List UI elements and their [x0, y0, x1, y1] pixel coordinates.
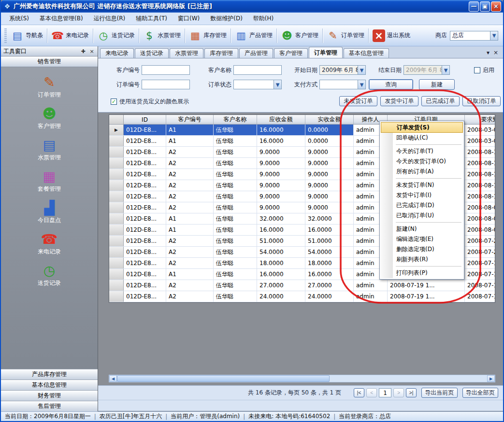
row-selector[interactable]: [109, 158, 124, 169]
table-cell[interactable]: 2008-07-19 7:59: [465, 258, 495, 268]
table-cell[interactable]: 51.0000: [257, 236, 305, 246]
sidebar-section-sales[interactable]: 销售管理: [1, 56, 98, 67]
tab-close-icon[interactable]: ×: [493, 49, 498, 56]
sidebar-item[interactable]: ✎订单管理: [1, 71, 98, 102]
table-cell[interactable]: A2: [166, 258, 214, 268]
pay-method-select[interactable]: ▼: [319, 80, 366, 89]
table-cell[interactable]: 2008-08-16 1...: [465, 191, 495, 202]
page-number-input[interactable]: [379, 388, 391, 397]
last-page-button[interactable]: >|: [406, 388, 417, 397]
table-cell[interactable]: 012D-E8...: [124, 125, 166, 135]
table-cell[interactable]: 9.0000: [305, 180, 354, 191]
table-cell[interactable]: 012D-E8...: [124, 291, 166, 302]
table-cell[interactable]: 012D-E8...: [124, 213, 166, 224]
table-cell[interactable]: 16.0000: [257, 136, 305, 146]
row-selector[interactable]: [109, 236, 124, 246]
table-cell[interactable]: 27.0000: [305, 280, 354, 291]
table-cell[interactable]: 27.0000: [257, 280, 305, 291]
table-cell[interactable]: 伍华聪: [214, 169, 257, 180]
table-cell[interactable]: 16.0000: [305, 225, 354, 235]
sidebar-section-bar[interactable]: 产品库存管理: [1, 369, 98, 380]
table-cell[interactable]: A2: [166, 180, 214, 191]
restore-button[interactable]: ▣: [480, 1, 490, 12]
context-menu-item[interactable]: 所有的订单(A): [381, 167, 463, 177]
row-selector[interactable]: [109, 136, 124, 146]
customer-no-input[interactable]: [142, 65, 190, 75]
table-cell[interactable]: 9.0000: [305, 169, 354, 180]
start-date-picker[interactable]: 2009年 6月 8日 ▼: [319, 65, 366, 75]
menubar-item[interactable]: 基本信息管理(B): [34, 13, 88, 25]
table-cell[interactable]: admin: [354, 291, 388, 302]
table-cell[interactable]: 0.0000: [305, 136, 354, 146]
column-header[interactable]: 客户编号: [166, 115, 214, 124]
table-cell[interactable]: 16.0000: [257, 225, 305, 235]
table-cell[interactable]: 伍华聪: [214, 180, 257, 191]
table-cell[interactable]: 012D-E8...: [124, 280, 166, 291]
order-status-filter-button[interactable]: 已取消订单: [462, 96, 501, 106]
table-cell[interactable]: 54.0000: [305, 247, 354, 257]
table-cell[interactable]: 2008-08-12 2...: [465, 180, 495, 191]
table-cell[interactable]: 2008-08-09 2...: [465, 225, 495, 235]
row-selector[interactable]: [109, 169, 124, 180]
table-cell[interactable]: 伍华聪: [214, 136, 257, 146]
row-selector[interactable]: [109, 291, 124, 302]
toolbar-button[interactable]: $水票管理: [140, 28, 184, 43]
table-cell[interactable]: 伍华聪: [214, 269, 257, 280]
context-menu-item[interactable]: 回单确认(C): [381, 133, 463, 143]
row-selector[interactable]: [109, 225, 124, 235]
table-cell[interactable]: 2008-07-20 1...: [465, 247, 495, 257]
column-header[interactable]: 应收金额: [257, 115, 305, 124]
row-selector[interactable]: [109, 191, 124, 202]
tab[interactable]: 基本信息管理: [344, 48, 389, 58]
column-header[interactable]: ID: [124, 115, 166, 124]
row-selector[interactable]: [109, 147, 124, 157]
export-all-pages-button[interactable]: 导出全部页: [462, 388, 498, 398]
table-cell[interactable]: 012D-E8...: [124, 269, 166, 280]
sidebar-item[interactable]: ☻客户管理: [1, 102, 98, 134]
chevron-down-icon[interactable]: ▼: [358, 66, 365, 74]
menubar-item[interactable]: 运行信息(R): [88, 13, 131, 25]
tab[interactable]: 客户管理: [274, 48, 308, 58]
row-selector[interactable]: [109, 269, 124, 280]
close-button[interactable]: ×: [491, 1, 501, 12]
order-status-filter-button[interactable]: 发货中订单: [380, 96, 418, 106]
table-cell[interactable]: 伍华聪: [214, 147, 257, 157]
sidebar-section-bar[interactable]: 售后管理: [1, 401, 98, 411]
table-cell[interactable]: 9.0000: [305, 202, 354, 213]
table-cell[interactable]: 伍华聪: [214, 158, 257, 169]
table-cell[interactable]: A2: [166, 236, 214, 246]
table-cell[interactable]: 伍华聪: [214, 291, 257, 302]
row-selector[interactable]: [109, 202, 124, 213]
row-selector[interactable]: [109, 258, 124, 268]
context-menu-item[interactable]: 订单发货(S): [381, 122, 463, 133]
context-menu-item[interactable]: 编辑选定项(E): [381, 234, 463, 244]
sidebar-item[interactable]: ☎来电记录: [1, 228, 98, 259]
horizontal-scrollbar[interactable]: ◀ ▶: [109, 375, 495, 382]
table-cell[interactable]: 2008-07-19 1...: [465, 280, 495, 291]
order-status-filter-button[interactable]: 已完成订单: [421, 96, 460, 106]
table-cell[interactable]: A2: [166, 280, 214, 291]
table-cell[interactable]: admin: [354, 280, 388, 291]
export-current-page-button[interactable]: 导出当前页: [421, 388, 457, 398]
next-page-button[interactable]: >: [393, 388, 404, 397]
table-cell[interactable]: A2: [166, 169, 214, 180]
tab[interactable]: 来电记录: [100, 48, 134, 58]
context-menu-item[interactable]: 未发货订单(N): [381, 180, 463, 190]
minimize-button[interactable]: —: [469, 1, 479, 12]
tab[interactable]: 订单管理: [309, 47, 343, 58]
table-cell[interactable]: 伍华聪: [214, 247, 257, 257]
context-menu-item[interactable]: 新建(N): [381, 224, 463, 234]
table-cell[interactable]: 0.0000: [305, 125, 354, 135]
table-cell[interactable]: 18.0000: [257, 258, 305, 268]
table-cell[interactable]: 伍华聪: [214, 191, 257, 202]
table-cell[interactable]: 2008-03-07 2...: [465, 136, 495, 146]
column-header[interactable]: 实收金额: [305, 115, 354, 124]
first-page-button[interactable]: |<: [354, 388, 364, 397]
table-cell[interactable]: 012D-E8...: [124, 180, 166, 191]
table-cell[interactable]: 伍华聪: [214, 125, 257, 135]
table-cell[interactable]: 2008-08-09 2...: [465, 202, 495, 213]
table-cell[interactable]: 32.0000: [305, 213, 354, 224]
toolbar-button[interactable]: ×退出系统: [370, 28, 413, 43]
table-cell[interactable]: 9.0000: [257, 169, 305, 180]
toolbar-button[interactable]: ☎来电记录: [48, 28, 92, 43]
